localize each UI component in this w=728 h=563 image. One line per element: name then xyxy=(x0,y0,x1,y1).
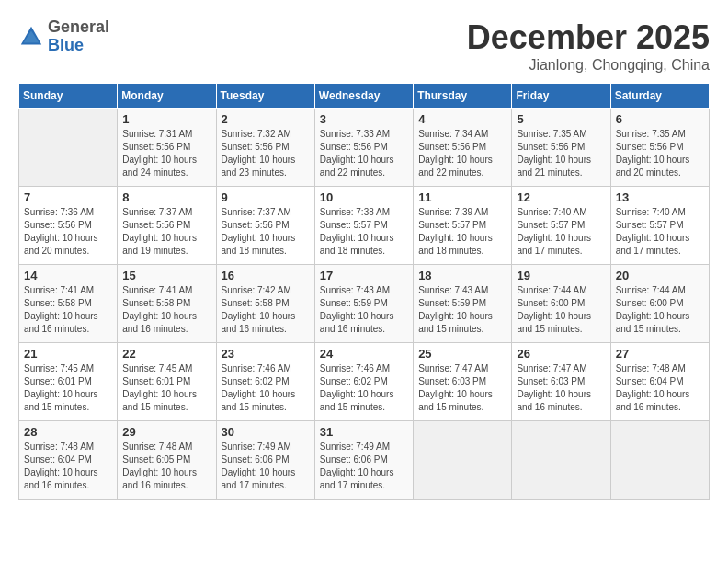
calendar-cell: 2Sunrise: 7:32 AM Sunset: 5:56 PM Daylig… xyxy=(216,109,314,187)
header-cell-tuesday: Tuesday xyxy=(216,84,314,109)
calendar-table: SundayMondayTuesdayWednesdayThursdayFrid… xyxy=(18,83,710,500)
day-number: 24 xyxy=(320,347,408,361)
calendar-cell xyxy=(19,109,118,187)
calendar-cell: 27Sunrise: 7:48 AM Sunset: 6:04 PM Dayli… xyxy=(610,343,709,421)
day-info: Sunrise: 7:31 AM Sunset: 5:56 PM Dayligh… xyxy=(122,128,210,179)
calendar-cell: 26Sunrise: 7:47 AM Sunset: 6:03 PM Dayli… xyxy=(512,343,610,421)
calendar-week-4: 21Sunrise: 7:45 AM Sunset: 6:01 PM Dayli… xyxy=(19,343,710,421)
day-number: 3 xyxy=(320,112,408,126)
day-info: Sunrise: 7:47 AM Sunset: 6:03 PM Dayligh… xyxy=(418,362,506,414)
calendar-cell: 29Sunrise: 7:48 AM Sunset: 6:05 PM Dayli… xyxy=(118,421,216,500)
calendar-cell: 22Sunrise: 7:45 AM Sunset: 6:01 PM Dayli… xyxy=(118,343,216,421)
day-info: Sunrise: 7:43 AM Sunset: 5:59 PM Dayligh… xyxy=(320,284,408,336)
calendar-cell: 6Sunrise: 7:35 AM Sunset: 5:56 PM Daylig… xyxy=(610,109,709,187)
calendar-header: SundayMondayTuesdayWednesdayThursdayFrid… xyxy=(19,84,710,109)
calendar-cell: 3Sunrise: 7:33 AM Sunset: 5:56 PM Daylig… xyxy=(314,109,413,187)
day-info: Sunrise: 7:46 AM Sunset: 6:02 PM Dayligh… xyxy=(222,362,310,414)
day-number: 11 xyxy=(418,190,506,204)
calendar-body: 1Sunrise: 7:31 AM Sunset: 5:56 PM Daylig… xyxy=(19,109,710,500)
day-info: Sunrise: 7:42 AM Sunset: 5:58 PM Dayligh… xyxy=(222,284,310,336)
day-number: 9 xyxy=(222,190,310,204)
header-row: SundayMondayTuesdayWednesdayThursdayFrid… xyxy=(19,84,710,109)
calendar-cell: 13Sunrise: 7:40 AM Sunset: 5:57 PM Dayli… xyxy=(610,187,709,265)
day-number: 21 xyxy=(24,347,112,361)
month-title: December 2025 xyxy=(467,18,710,57)
day-number: 2 xyxy=(222,112,310,126)
day-number: 29 xyxy=(122,425,210,439)
calendar-cell: 15Sunrise: 7:41 AM Sunset: 5:58 PM Dayli… xyxy=(118,265,216,343)
calendar-week-5: 28Sunrise: 7:48 AM Sunset: 6:04 PM Dayli… xyxy=(19,421,710,500)
day-info: Sunrise: 7:48 AM Sunset: 6:05 PM Dayligh… xyxy=(122,441,210,492)
logo: General Blue xyxy=(18,18,109,55)
calendar-cell: 31Sunrise: 7:49 AM Sunset: 6:06 PM Dayli… xyxy=(314,421,413,500)
day-number: 22 xyxy=(122,347,210,361)
calendar-cell: 12Sunrise: 7:40 AM Sunset: 5:57 PM Dayli… xyxy=(512,187,610,265)
header-cell-sunday: Sunday xyxy=(19,84,118,109)
calendar-cell xyxy=(610,421,709,500)
header-cell-friday: Friday xyxy=(512,84,610,109)
day-info: Sunrise: 7:34 AM Sunset: 5:56 PM Dayligh… xyxy=(418,128,506,179)
day-number: 27 xyxy=(616,347,704,361)
calendar-cell: 17Sunrise: 7:43 AM Sunset: 5:59 PM Dayli… xyxy=(314,265,413,343)
logo-icon xyxy=(18,24,44,50)
calendar-cell: 20Sunrise: 7:44 AM Sunset: 6:00 PM Dayli… xyxy=(610,265,709,343)
day-info: Sunrise: 7:37 AM Sunset: 5:56 PM Dayligh… xyxy=(222,206,310,258)
day-info: Sunrise: 7:38 AM Sunset: 5:57 PM Dayligh… xyxy=(320,206,408,258)
calendar-cell: 14Sunrise: 7:41 AM Sunset: 5:58 PM Dayli… xyxy=(19,265,118,343)
day-info: Sunrise: 7:45 AM Sunset: 6:01 PM Dayligh… xyxy=(24,362,112,414)
calendar-cell: 21Sunrise: 7:45 AM Sunset: 6:01 PM Dayli… xyxy=(19,343,118,421)
calendar-cell xyxy=(414,421,512,500)
day-info: Sunrise: 7:37 AM Sunset: 5:56 PM Dayligh… xyxy=(122,206,210,258)
day-number: 19 xyxy=(517,269,605,282)
day-number: 15 xyxy=(122,269,210,282)
day-info: Sunrise: 7:48 AM Sunset: 6:04 PM Dayligh… xyxy=(616,362,704,414)
calendar-cell xyxy=(512,421,610,500)
day-number: 23 xyxy=(222,347,310,361)
title-block: December 2025 Jianlong, Chongqing, China xyxy=(467,18,710,74)
day-number: 20 xyxy=(616,269,704,282)
day-number: 31 xyxy=(320,425,408,439)
day-number: 26 xyxy=(517,347,605,361)
day-info: Sunrise: 7:44 AM Sunset: 6:00 PM Dayligh… xyxy=(616,284,704,336)
day-number: 7 xyxy=(24,190,112,204)
calendar-cell: 4Sunrise: 7:34 AM Sunset: 5:56 PM Daylig… xyxy=(414,109,512,187)
day-info: Sunrise: 7:35 AM Sunset: 5:56 PM Dayligh… xyxy=(517,128,605,179)
day-number: 17 xyxy=(320,269,408,282)
day-info: Sunrise: 7:41 AM Sunset: 5:58 PM Dayligh… xyxy=(122,284,210,336)
page-header: General Blue December 2025 Jianlong, Cho… xyxy=(18,18,710,74)
day-info: Sunrise: 7:49 AM Sunset: 6:06 PM Dayligh… xyxy=(320,441,408,492)
day-number: 12 xyxy=(517,190,605,204)
day-info: Sunrise: 7:46 AM Sunset: 6:02 PM Dayligh… xyxy=(320,362,408,414)
day-number: 5 xyxy=(517,112,605,126)
calendar-week-2: 7Sunrise: 7:36 AM Sunset: 5:56 PM Daylig… xyxy=(19,187,710,265)
day-number: 16 xyxy=(222,269,310,282)
logo-text: General Blue xyxy=(48,18,109,55)
calendar-cell: 24Sunrise: 7:46 AM Sunset: 6:02 PM Dayli… xyxy=(314,343,413,421)
day-info: Sunrise: 7:39 AM Sunset: 5:57 PM Dayligh… xyxy=(418,206,506,258)
day-info: Sunrise: 7:44 AM Sunset: 6:00 PM Dayligh… xyxy=(517,284,605,336)
calendar-cell: 30Sunrise: 7:49 AM Sunset: 6:06 PM Dayli… xyxy=(216,421,314,500)
day-info: Sunrise: 7:47 AM Sunset: 6:03 PM Dayligh… xyxy=(517,362,605,414)
calendar-cell: 7Sunrise: 7:36 AM Sunset: 5:56 PM Daylig… xyxy=(19,187,118,265)
calendar-cell: 16Sunrise: 7:42 AM Sunset: 5:58 PM Dayli… xyxy=(216,265,314,343)
day-number: 4 xyxy=(418,112,506,126)
day-number: 6 xyxy=(616,112,704,126)
day-number: 14 xyxy=(24,269,112,282)
calendar-cell: 5Sunrise: 7:35 AM Sunset: 5:56 PM Daylig… xyxy=(512,109,610,187)
header-cell-monday: Monday xyxy=(118,84,216,109)
calendar-cell: 11Sunrise: 7:39 AM Sunset: 5:57 PM Dayli… xyxy=(414,187,512,265)
calendar-cell: 18Sunrise: 7:43 AM Sunset: 5:59 PM Dayli… xyxy=(414,265,512,343)
day-info: Sunrise: 7:41 AM Sunset: 5:58 PM Dayligh… xyxy=(24,284,112,336)
calendar-cell: 8Sunrise: 7:37 AM Sunset: 5:56 PM Daylig… xyxy=(118,187,216,265)
logo-blue: Blue xyxy=(48,36,84,54)
calendar-week-3: 14Sunrise: 7:41 AM Sunset: 5:58 PM Dayli… xyxy=(19,265,710,343)
day-info: Sunrise: 7:33 AM Sunset: 5:56 PM Dayligh… xyxy=(320,128,408,179)
calendar-week-1: 1Sunrise: 7:31 AM Sunset: 5:56 PM Daylig… xyxy=(19,109,710,187)
day-info: Sunrise: 7:43 AM Sunset: 5:59 PM Dayligh… xyxy=(418,284,506,336)
day-info: Sunrise: 7:48 AM Sunset: 6:04 PM Dayligh… xyxy=(24,441,112,492)
logo-general: General xyxy=(48,17,109,36)
calendar-cell: 9Sunrise: 7:37 AM Sunset: 5:56 PM Daylig… xyxy=(216,187,314,265)
header-cell-thursday: Thursday xyxy=(414,84,512,109)
calendar-cell: 25Sunrise: 7:47 AM Sunset: 6:03 PM Dayli… xyxy=(414,343,512,421)
day-info: Sunrise: 7:40 AM Sunset: 5:57 PM Dayligh… xyxy=(517,206,605,258)
